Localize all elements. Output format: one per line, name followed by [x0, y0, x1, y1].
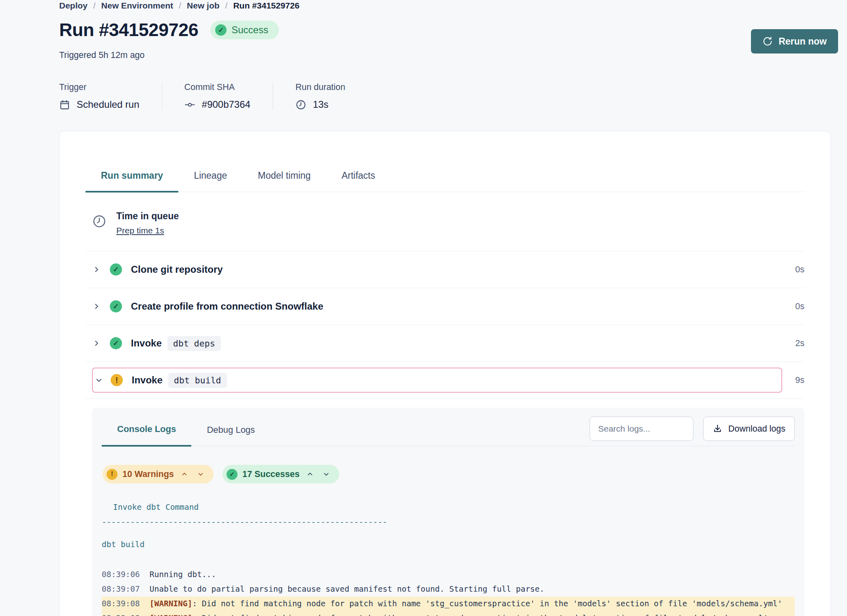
tab-model-timing[interactable]: Model timing [242, 166, 326, 192]
refresh-icon [762, 36, 773, 47]
commit-label: Commit SHA [184, 82, 250, 92]
download-logs-button[interactable]: Download logs [703, 417, 795, 441]
successes-pill[interactable]: ✓ 17 Successes [222, 465, 339, 483]
tab-lineage[interactable]: Lineage [178, 166, 242, 192]
breadcrumb-separator: / [225, 1, 228, 11]
chevron-right-icon[interactable] [92, 340, 101, 347]
log-line-warning: 08:39:08[WARNING]: Did not find matching… [102, 597, 795, 611]
successes-prev-button[interactable] [304, 469, 316, 479]
warnings-count: 10 Warnings [122, 469, 174, 479]
trigger-value: Scheduled run [77, 99, 139, 110]
queue-clock-icon [92, 214, 107, 229]
log-command-header: Invoke dbt Command [102, 500, 795, 515]
check-icon: ✓ [215, 24, 227, 36]
step-invoke-dbt-deps[interactable]: ✓ Invoke dbt deps 2s [86, 325, 804, 362]
search-logs-input[interactable] [590, 417, 693, 441]
breadcrumb-environment[interactable]: New Environment [101, 1, 173, 11]
log-timestamp: 08:39:08 [102, 599, 140, 608]
meta-trigger: Trigger Scheduled run [59, 82, 162, 110]
tab-console-logs[interactable]: Console Logs [102, 408, 191, 447]
warning-label: [WARNING] [150, 614, 192, 616]
warning-icon: ! [107, 469, 118, 480]
tab-run-summary[interactable]: Run summary [86, 166, 178, 192]
breadcrumb: Deploy / New Environment / New job / Run… [59, 1, 299, 11]
warnings-pill[interactable]: ! 10 Warnings [103, 465, 214, 483]
meta-commit: Commit SHA #900b7364 [162, 82, 273, 110]
step-create-profile[interactable]: ✓ Create profile from connection Snowfla… [86, 288, 804, 325]
step-command-chip: dbt build [168, 373, 227, 388]
calendar-icon [59, 99, 70, 110]
success-check-icon: ✓ [110, 300, 122, 312]
commit-value: #900b7364 [202, 99, 250, 110]
successes-next-button[interactable] [321, 469, 332, 479]
warnings-next-button[interactable] [195, 469, 206, 479]
status-badge-label: Success [231, 24, 268, 36]
breadcrumb-separator: / [93, 1, 96, 11]
run-tabs: Run summary Lineage Model timing Artifac… [86, 166, 804, 192]
page-title: Run #341529726 [59, 19, 198, 41]
success-check-icon: ✓ [110, 337, 122, 349]
log-message: Running dbt... [150, 570, 216, 579]
chevron-right-icon[interactable] [92, 266, 101, 273]
duration-value: 13s [313, 99, 329, 110]
console-log-output: Invoke dbt Command ---------------------… [102, 500, 795, 616]
warnings-prev-button[interactable] [179, 469, 190, 479]
prep-time-link[interactable]: Prep time 1s [116, 226, 164, 235]
rerun-now-label: Rerun now [779, 36, 827, 47]
clock-icon [295, 99, 306, 110]
expanded-step-box[interactable]: ! Invoke dbt build [92, 368, 782, 393]
run-detail-page: Deploy / New Environment / New job / Run… [0, 0, 847, 616]
breadcrumb-job[interactable]: New job [187, 1, 220, 11]
step-title: Invoke [131, 338, 162, 349]
run-summary-card: Run summary Lineage Model timing Artifac… [59, 131, 831, 616]
triggered-timestamp: Triggered 5h 12m ago [59, 50, 145, 60]
warning-icon: ! [111, 374, 123, 386]
step-duration: 0s [795, 265, 804, 275]
breadcrumb-deploy[interactable]: Deploy [59, 1, 88, 11]
log-message: Unable to do partial parsing because sav… [150, 584, 544, 594]
tab-artifacts[interactable]: Artifacts [326, 166, 391, 192]
breadcrumb-run: Run #341529726 [233, 1, 299, 11]
time-in-queue-title: Time in queue [116, 211, 179, 222]
log-line: 08:39:06Running dbt... [102, 567, 795, 582]
chevron-down-icon[interactable] [94, 376, 103, 384]
log-panel: Console Logs Debug Logs Download logs [92, 408, 804, 616]
log-timestamp: 08:39:07 [102, 584, 140, 594]
log-line: 08:39:07Unable to do partial parsing bec… [102, 582, 795, 597]
log-command: dbt build [102, 537, 795, 552]
download-icon [712, 424, 723, 434]
download-logs-label: Download logs [728, 424, 785, 434]
step-clone-git-repository[interactable]: ✓ Clone git repository 0s [86, 251, 804, 288]
breadcrumb-separator: / [179, 1, 181, 11]
run-meta: Trigger Scheduled run Commit SHA #900b73… [59, 82, 368, 110]
step-title: Clone git repository [131, 264, 223, 275]
step-title: Create profile from connection Snowflake [131, 301, 323, 312]
log-line-warning: 08:39:08[WARNING]: Did not find matching… [102, 611, 795, 616]
log-message: : Did not find matching node for patch w… [192, 614, 768, 616]
step-duration: 2s [795, 338, 804, 349]
trigger-label: Trigger [59, 82, 139, 92]
time-in-queue-block: Time in queue Prep time 1s [86, 211, 804, 251]
warning-label: [WARNING] [150, 599, 192, 608]
step-command-chip: dbt deps [167, 336, 221, 351]
rerun-now-button[interactable]: Rerun now [751, 29, 838, 53]
successes-count: 17 Successes [242, 469, 299, 479]
success-check-icon: ✓ [110, 263, 122, 276]
tab-debug-logs[interactable]: Debug Logs [191, 409, 270, 446]
log-timestamp: 08:39:06 [102, 570, 140, 579]
commit-icon [184, 99, 195, 110]
step-title: Invoke [132, 374, 163, 386]
duration-label: Run duration [295, 82, 345, 92]
chevron-right-icon[interactable] [92, 303, 101, 310]
log-separator: ----------------------------------------… [102, 515, 795, 530]
log-message: : Did not find matching node for patch w… [192, 599, 783, 608]
step-duration: 9s [795, 375, 804, 385]
meta-duration: Run duration 13s [273, 82, 368, 110]
check-icon: ✓ [227, 469, 237, 480]
log-timestamp: 08:39:08 [102, 614, 140, 616]
status-badge: ✓ Success [210, 21, 279, 39]
step-duration: 0s [795, 302, 804, 312]
step-invoke-dbt-build[interactable]: ! Invoke dbt build 9s [86, 362, 804, 399]
